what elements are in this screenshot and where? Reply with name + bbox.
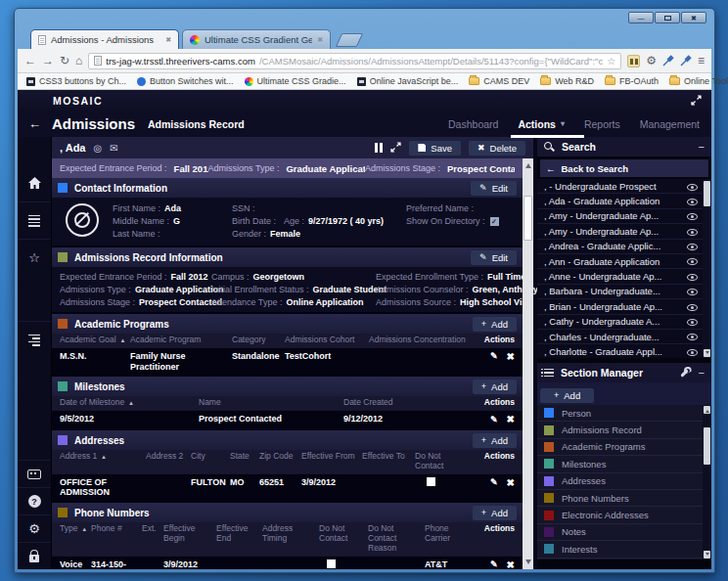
bookmark-item[interactable]: Online JavaScript be... [357,76,459,86]
section-manager-item[interactable]: Notes [537,524,711,541]
eyedropper-icon[interactable] [662,55,674,67]
bookmark-item[interactable]: CSS3 buttons by Ch... [26,76,126,86]
target-icon[interactable]: ◎ [94,143,103,154]
collapse-icon[interactable]: − [699,142,705,153]
add-button[interactable]: +Add [473,433,517,448]
sidebar-item-help[interactable]: ? [18,487,51,514]
column-header[interactable]: Address 1▴ [60,452,142,462]
scroll-down-icon[interactable] [525,559,531,567]
sidebar-item-id-card[interactable] [18,460,51,487]
bookmark-item[interactable]: Ultimate CSS Gradie... [245,76,346,86]
gear-icon[interactable]: ⚙ [646,55,657,67]
column-header[interactable]: Name [199,398,340,408]
scrollbar-thumb[interactable] [704,427,710,465]
column-header[interactable]: Effective To [362,452,411,462]
section-manager-item[interactable]: Milestones [537,456,711,472]
eyedropper-icon[interactable] [680,55,692,67]
eye-icon[interactable] [687,332,698,342]
scrollbar-thumb[interactable] [704,181,710,206]
edit-button[interactable]: ✎Edit [471,181,517,196]
scroll-down-icon[interactable] [704,551,710,559]
back-to-search-button[interactable]: ← Back to Search [540,159,708,177]
column-header[interactable]: Admissions Cohort [285,335,365,345]
nav-actions[interactable]: Actions▾ [518,118,565,130]
sidebar-item-lock[interactable] [18,542,51,569]
search-result-item[interactable]: , Andrea - Graduate Applic... [537,240,711,254]
sidebar-item-outline[interactable] [18,321,51,358]
sidebar-item-home[interactable] [18,164,51,201]
column-header[interactable]: State [230,452,255,462]
column-header[interactable]: Date Created [343,398,472,408]
maximize-button[interactable] [655,12,680,23]
search-result-item[interactable]: , Amy - Undergraduate Ap... [537,209,711,224]
column-header[interactable]: Phone # [91,524,138,534]
column-header[interactable]: Academic Program [130,335,228,345]
eye-icon[interactable] [687,317,698,328]
eye-icon[interactable] [687,226,698,237]
delete-row-icon[interactable]: ✖ [507,559,515,569]
columns-toggle-icon[interactable] [375,143,383,153]
column-header[interactable]: Address 2 [146,452,187,462]
table-row[interactable]: Voice 314-150-0143 3/9/2012 AT&T Wireles… [52,556,523,569]
address-bar[interactable]: trs-jag-w.trsstl.threerivers-cams.com /C… [88,53,621,69]
search-result-item[interactable]: , Barbara - Undergraduate... [537,285,711,299]
bookmark-star-icon[interactable]: ☆ [607,56,615,67]
add-section-button[interactable]: +Add [540,388,594,403]
eye-icon[interactable] [687,181,698,192]
search-result-item[interactable]: , - Undergraduate Prospect [537,179,711,194]
save-button[interactable]: Save [409,141,461,156]
nav-management[interactable]: Management [640,118,700,130]
column-header[interactable]: Admissions Concentration [369,335,472,345]
column-header[interactable]: Effective End [216,524,258,544]
menu-icon[interactable]: ≡ [698,55,705,67]
close-button[interactable]: ✖ [681,12,706,23]
eye-icon[interactable] [687,196,698,206]
eye-icon[interactable] [687,271,698,282]
delete-row-icon[interactable]: ✖ [507,414,515,425]
column-header[interactable]: Type▴ [60,524,87,534]
column-header[interactable]: Category [232,335,281,345]
section-manager-item[interactable] [537,559,711,559]
add-button[interactable]: +Add [473,380,517,394]
search-result-item[interactable]: , Anne - Undergraduate Ap... [537,269,711,284]
column-header[interactable]: Effective From [301,452,358,462]
column-header[interactable]: Zip Code [259,452,297,462]
add-button[interactable]: +Add [473,506,517,520]
scrollbar-thumb[interactable] [523,196,532,241]
column-header[interactable]: Do Not Contact [319,524,364,544]
mail-icon[interactable]: ✉ [110,143,117,154]
extension-badge-icon[interactable] [627,55,640,67]
bookmark-folder[interactable]: Online Tools [669,76,728,86]
table-row[interactable]: M.S.N. Family Nurse Practitioner Standal… [52,347,523,376]
tab-admissions[interactable]: Admissions - Admissions ✖ [30,29,179,49]
scroll-down-icon[interactable] [704,349,710,357]
column-header[interactable]: Effective Begin [163,524,212,544]
window-titlebar[interactable]: — ✖ [18,9,711,26]
section-manager-item[interactable]: Addresses [537,473,711,490]
expand-icon[interactable] [691,92,702,110]
eye-icon[interactable] [687,256,698,267]
search-result-item[interactable]: , Cathy - Undergraduate A... [537,315,711,330]
section-manager-item[interactable]: Admissions Record [537,422,711,438]
new-tab-button[interactable] [336,33,364,47]
delete-button[interactable]: ✖Delete [469,141,525,156]
sidebar-item-menu[interactable] [18,201,51,239]
section-manager-scrollbar[interactable] [703,405,711,559]
search-result-item[interactable]: , Ada - Graduate Application [537,194,711,208]
eye-icon[interactable] [687,242,698,252]
section-manager-item[interactable]: Academic Programs [537,439,711,456]
edit-row-icon[interactable]: ✎ [490,415,498,425]
show-on-directory-checkbox[interactable]: ✓ [490,217,499,226]
do-not-contact-checkbox[interactable] [327,559,336,568]
edit-row-icon[interactable]: ✎ [490,351,498,362]
main-scrollbar[interactable] [523,158,533,569]
delete-row-icon[interactable]: ✖ [507,477,515,489]
search-result-item[interactable]: , Charles - Undergraduate... [537,330,711,344]
back-icon[interactable]: ← [24,55,36,67]
bookmark-folder[interactable]: CAMS DEV [469,76,529,86]
edit-row-icon[interactable]: ✎ [490,559,498,569]
tab-close-icon[interactable]: ✖ [317,36,323,44]
bookmark-folder[interactable]: FB-OAuth [605,76,659,86]
home-icon[interactable]: ⌂ [75,55,82,67]
collapse-icon[interactable]: − [699,368,705,379]
